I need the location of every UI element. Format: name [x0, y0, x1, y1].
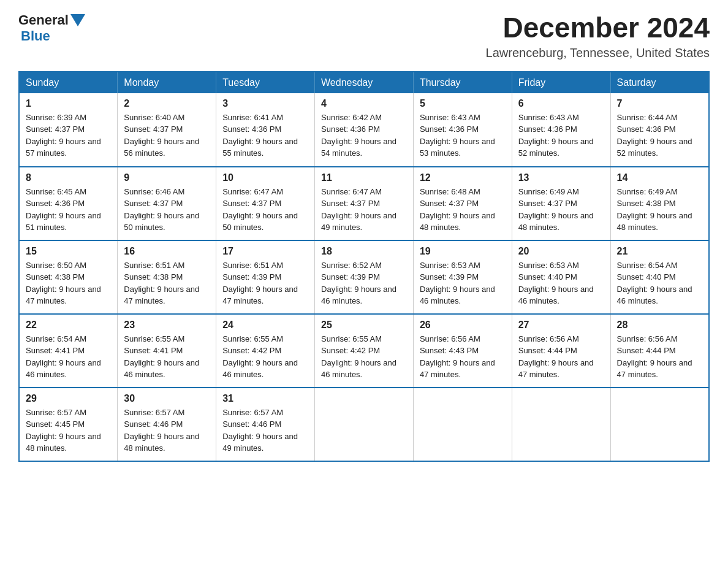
calendar-cell: 27 Sunrise: 6:56 AMSunset: 4:44 PMDaylig… [512, 314, 610, 388]
calendar-cell: 8 Sunrise: 6:45 AMSunset: 4:36 PMDayligh… [19, 167, 118, 240]
calendar-cell: 25 Sunrise: 6:55 AMSunset: 4:42 PMDaylig… [315, 314, 414, 388]
weekday-header-row: SundayMondayTuesdayWednesdayThursdayFrid… [19, 72, 709, 93]
day-number: 24 [222, 320, 308, 331]
day-info: Sunrise: 6:53 AMSunset: 4:40 PMDaylight:… [518, 261, 594, 306]
day-number: 27 [518, 320, 604, 331]
calendar-cell: 13 Sunrise: 6:49 AMSunset: 4:37 PMDaylig… [512, 167, 610, 240]
day-number: 6 [518, 98, 604, 109]
calendar-cell: 10 Sunrise: 6:47 AMSunset: 4:37 PMDaylig… [216, 167, 315, 240]
weekday-header-thursday: Thursday [413, 72, 512, 93]
logo-triangle-icon [70, 14, 85, 26]
day-number: 15 [26, 246, 111, 257]
day-info: Sunrise: 6:53 AMSunset: 4:39 PMDaylight:… [420, 261, 495, 306]
day-info: Sunrise: 6:46 AMSunset: 4:37 PMDaylight:… [124, 187, 199, 232]
day-info: Sunrise: 6:55 AMSunset: 4:42 PMDaylight:… [222, 334, 298, 380]
weekday-header-tuesday: Tuesday [216, 72, 315, 93]
calendar-cell: 6 Sunrise: 6:43 AMSunset: 4:36 PMDayligh… [512, 93, 610, 167]
weekday-header-sunday: Sunday [19, 72, 118, 93]
calendar-week-row: 8 Sunrise: 6:45 AMSunset: 4:36 PMDayligh… [19, 167, 709, 240]
day-number: 31 [222, 393, 308, 404]
page-header: General Blue December 2024 Lawrenceburg,… [18, 12, 710, 60]
day-number: 28 [617, 320, 702, 331]
calendar-cell: 5 Sunrise: 6:43 AMSunset: 4:36 PMDayligh… [413, 93, 512, 167]
day-info: Sunrise: 6:43 AMSunset: 4:36 PMDaylight:… [518, 113, 594, 158]
day-number: 29 [26, 393, 111, 404]
calendar-cell: 29 Sunrise: 6:57 AMSunset: 4:45 PMDaylig… [19, 388, 118, 461]
day-number: 18 [321, 246, 407, 257]
day-info: Sunrise: 6:55 AMSunset: 4:41 PMDaylight:… [124, 334, 199, 380]
day-number: 5 [420, 98, 506, 109]
day-info: Sunrise: 6:57 AMSunset: 4:45 PMDaylight:… [26, 408, 101, 453]
calendar-cell: 28 Sunrise: 6:56 AMSunset: 4:44 PMDaylig… [610, 314, 709, 388]
day-number: 16 [124, 246, 210, 257]
day-info: Sunrise: 6:47 AMSunset: 4:37 PMDaylight:… [321, 187, 396, 232]
day-number: 30 [124, 393, 210, 404]
day-number: 12 [420, 172, 506, 183]
day-info: Sunrise: 6:56 AMSunset: 4:44 PMDaylight:… [518, 334, 594, 380]
logo: General Blue [18, 12, 87, 44]
calendar-cell: 7 Sunrise: 6:44 AMSunset: 4:36 PMDayligh… [610, 93, 709, 167]
calendar-week-row: 1 Sunrise: 6:39 AMSunset: 4:37 PMDayligh… [19, 93, 709, 167]
day-info: Sunrise: 6:44 AMSunset: 4:36 PMDaylight:… [617, 113, 692, 158]
calendar-table: SundayMondayTuesdayWednesdayThursdayFrid… [18, 71, 710, 462]
day-info: Sunrise: 6:47 AMSunset: 4:37 PMDaylight:… [222, 187, 298, 232]
weekday-header-monday: Monday [118, 72, 216, 93]
day-info: Sunrise: 6:41 AMSunset: 4:36 PMDaylight:… [222, 113, 298, 158]
calendar-cell: 12 Sunrise: 6:48 AMSunset: 4:37 PMDaylig… [413, 167, 512, 240]
day-number: 13 [518, 172, 604, 183]
calendar-cell: 21 Sunrise: 6:54 AMSunset: 4:40 PMDaylig… [610, 240, 709, 314]
day-info: Sunrise: 6:54 AMSunset: 4:40 PMDaylight:… [617, 261, 692, 306]
calendar-cell: 2 Sunrise: 6:40 AMSunset: 4:37 PMDayligh… [118, 93, 216, 167]
logo-blue-text: Blue [21, 28, 50, 44]
day-info: Sunrise: 6:40 AMSunset: 4:37 PMDaylight:… [124, 113, 199, 158]
calendar-cell: 4 Sunrise: 6:42 AMSunset: 4:36 PMDayligh… [315, 93, 414, 167]
day-number: 11 [321, 172, 407, 183]
day-info: Sunrise: 6:52 AMSunset: 4:39 PMDaylight:… [321, 261, 396, 306]
calendar-cell: 26 Sunrise: 6:56 AMSunset: 4:43 PMDaylig… [413, 314, 512, 388]
day-info: Sunrise: 6:56 AMSunset: 4:43 PMDaylight:… [420, 334, 495, 380]
day-info: Sunrise: 6:54 AMSunset: 4:41 PMDaylight:… [26, 334, 101, 380]
day-number: 4 [321, 98, 407, 109]
day-number: 17 [222, 246, 308, 257]
day-number: 9 [124, 172, 210, 183]
calendar-cell: 1 Sunrise: 6:39 AMSunset: 4:37 PMDayligh… [19, 93, 118, 167]
day-number: 20 [518, 246, 604, 257]
calendar-week-row: 22 Sunrise: 6:54 AMSunset: 4:41 PMDaylig… [19, 314, 709, 388]
weekday-header-friday: Friday [512, 72, 610, 93]
calendar-cell: 11 Sunrise: 6:47 AMSunset: 4:37 PMDaylig… [315, 167, 414, 240]
day-number: 1 [26, 98, 111, 109]
weekday-header-wednesday: Wednesday [315, 72, 414, 93]
calendar-cell: 22 Sunrise: 6:54 AMSunset: 4:41 PMDaylig… [19, 314, 118, 388]
day-info: Sunrise: 6:48 AMSunset: 4:37 PMDaylight:… [420, 187, 495, 232]
day-number: 21 [617, 246, 702, 257]
calendar-cell: 16 Sunrise: 6:51 AMSunset: 4:38 PMDaylig… [118, 240, 216, 314]
weekday-header-saturday: Saturday [610, 72, 709, 93]
calendar-cell: 18 Sunrise: 6:52 AMSunset: 4:39 PMDaylig… [315, 240, 414, 314]
day-number: 25 [321, 320, 407, 331]
calendar-week-row: 15 Sunrise: 6:50 AMSunset: 4:38 PMDaylig… [19, 240, 709, 314]
logo-general-text: General [18, 12, 69, 28]
location-title: Lawrenceburg, Tennessee, United States [486, 46, 710, 60]
calendar-cell [512, 388, 610, 461]
calendar-cell: 9 Sunrise: 6:46 AMSunset: 4:37 PMDayligh… [118, 167, 216, 240]
calendar-cell [413, 388, 512, 461]
day-number: 19 [420, 246, 506, 257]
calendar-cell: 14 Sunrise: 6:49 AMSunset: 4:38 PMDaylig… [610, 167, 709, 240]
title-section: December 2024 Lawrenceburg, Tennessee, U… [486, 12, 710, 60]
day-number: 7 [617, 98, 702, 109]
day-number: 26 [420, 320, 506, 331]
month-title: December 2024 [486, 12, 710, 44]
calendar-cell: 31 Sunrise: 6:57 AMSunset: 4:46 PMDaylig… [216, 388, 315, 461]
day-info: Sunrise: 6:57 AMSunset: 4:46 PMDaylight:… [222, 408, 298, 453]
day-info: Sunrise: 6:45 AMSunset: 4:36 PMDaylight:… [26, 187, 101, 232]
day-info: Sunrise: 6:42 AMSunset: 4:36 PMDaylight:… [321, 113, 396, 158]
day-info: Sunrise: 6:50 AMSunset: 4:38 PMDaylight:… [26, 261, 101, 306]
calendar-cell [610, 388, 709, 461]
day-number: 8 [26, 172, 111, 183]
day-info: Sunrise: 6:49 AMSunset: 4:37 PMDaylight:… [518, 187, 594, 232]
day-info: Sunrise: 6:56 AMSunset: 4:44 PMDaylight:… [617, 334, 692, 380]
day-number: 14 [617, 172, 702, 183]
calendar-week-row: 29 Sunrise: 6:57 AMSunset: 4:45 PMDaylig… [19, 388, 709, 461]
day-info: Sunrise: 6:51 AMSunset: 4:38 PMDaylight:… [124, 261, 199, 306]
calendar-cell: 3 Sunrise: 6:41 AMSunset: 4:36 PMDayligh… [216, 93, 315, 167]
